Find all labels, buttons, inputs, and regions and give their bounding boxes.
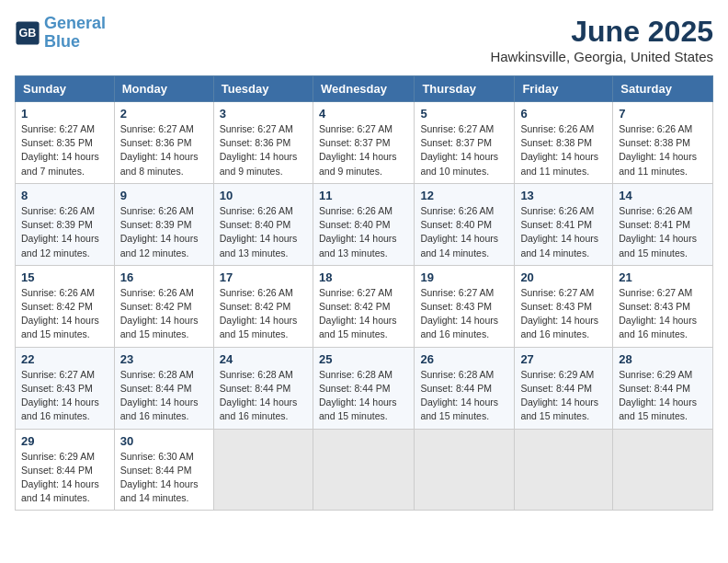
day-number: 1 [21, 107, 108, 121]
calendar-cell: 15 Sunrise: 6:26 AM Sunset: 8:42 PM Dayl… [16, 265, 115, 347]
calendar-cell: 30 Sunrise: 6:30 AM Sunset: 8:44 PM Dayl… [114, 429, 213, 511]
day-info: Sunrise: 6:26 AM Sunset: 8:42 PM Dayligh… [21, 286, 108, 342]
daylight-label: Daylight: 14 hours and 13 minutes. [319, 233, 397, 258]
daylight-label: Daylight: 14 hours and 7 minutes. [21, 151, 99, 176]
calendar-header-row: Sunday Monday Tuesday Wednesday Thursday… [16, 76, 713, 102]
day-number: 29 [21, 434, 108, 448]
daylight-label: Daylight: 14 hours and 11 minutes. [619, 151, 697, 176]
daylight-label: Daylight: 14 hours and 15 minutes. [120, 315, 199, 339]
daylight-label: Daylight: 14 hours and 8 minutes. [120, 151, 199, 176]
day-number: 13 [520, 189, 607, 202]
day-number: 20 [520, 270, 607, 284]
sunrise-label: Sunrise: 6:26 AM [619, 205, 692, 216]
calendar-cell: 8 Sunrise: 6:26 AM Sunset: 8:39 PM Dayli… [16, 183, 115, 265]
daylight-label: Daylight: 14 hours and 12 minutes. [21, 233, 99, 258]
calendar-cell [415, 429, 515, 511]
day-number: 28 [619, 352, 707, 366]
day-number: 4 [319, 107, 408, 121]
day-number: 3 [220, 107, 307, 121]
day-number: 21 [619, 270, 707, 284]
sunrise-label: Sunrise: 6:28 AM [420, 369, 494, 380]
day-info: Sunrise: 6:27 AM Sunset: 8:37 PM Dayligh… [420, 122, 508, 178]
sunset-label: Sunset: 8:41 PM [520, 219, 592, 230]
location-title: Hawkinsville, Georgia, United States [490, 49, 713, 64]
sunrise-label: Sunrise: 6:26 AM [21, 205, 95, 216]
calendar-cell: 22 Sunrise: 6:27 AM Sunset: 8:43 PM Dayl… [16, 347, 115, 429]
title-block: June 2025 Hawkinsville, Georgia, United … [490, 15, 713, 64]
sunset-label: Sunset: 8:36 PM [120, 137, 192, 148]
sunset-label: Sunset: 8:42 PM [319, 301, 391, 312]
sunrise-label: Sunrise: 6:27 AM [420, 123, 494, 134]
calendar-week-row: 29 Sunrise: 6:29 AM Sunset: 8:44 PM Dayl… [16, 429, 713, 511]
daylight-label: Daylight: 14 hours and 15 minutes. [21, 315, 99, 339]
day-info: Sunrise: 6:27 AM Sunset: 8:37 PM Dayligh… [319, 122, 408, 178]
day-info: Sunrise: 6:27 AM Sunset: 8:43 PM Dayligh… [520, 286, 607, 342]
sunset-label: Sunset: 8:40 PM [420, 219, 492, 230]
sunset-label: Sunset: 8:35 PM [21, 137, 93, 148]
day-info: Sunrise: 6:27 AM Sunset: 8:42 PM Dayligh… [319, 286, 408, 342]
day-info: Sunrise: 6:30 AM Sunset: 8:44 PM Dayligh… [120, 450, 208, 506]
sunrise-label: Sunrise: 6:27 AM [319, 287, 392, 298]
sunset-label: Sunset: 8:39 PM [21, 219, 93, 230]
sunset-label: Sunset: 8:41 PM [619, 219, 690, 230]
day-info: Sunrise: 6:26 AM Sunset: 8:38 PM Dayligh… [619, 122, 707, 178]
day-info: Sunrise: 6:28 AM Sunset: 8:44 PM Dayligh… [220, 368, 307, 424]
day-number: 7 [619, 107, 707, 121]
day-info: Sunrise: 6:26 AM Sunset: 8:39 PM Dayligh… [120, 204, 208, 260]
sunset-label: Sunset: 8:44 PM [520, 383, 592, 394]
calendar-cell: 12 Sunrise: 6:26 AM Sunset: 8:40 PM Dayl… [415, 183, 515, 265]
calendar-cell: 18 Sunrise: 6:27 AM Sunset: 8:42 PM Dayl… [313, 265, 414, 347]
daylight-label: Daylight: 14 hours and 15 minutes. [220, 315, 298, 339]
sunset-label: Sunset: 8:37 PM [319, 137, 391, 148]
day-info: Sunrise: 6:26 AM Sunset: 8:41 PM Dayligh… [619, 204, 707, 260]
day-info: Sunrise: 6:29 AM Sunset: 8:44 PM Dayligh… [619, 368, 707, 424]
sunrise-label: Sunrise: 6:28 AM [120, 369, 194, 380]
sunset-label: Sunset: 8:44 PM [220, 383, 291, 394]
day-number: 10 [220, 189, 307, 202]
calendar-cell: 29 Sunrise: 6:29 AM Sunset: 8:44 PM Dayl… [16, 429, 115, 511]
day-info: Sunrise: 6:29 AM Sunset: 8:44 PM Dayligh… [520, 368, 607, 424]
day-info: Sunrise: 6:26 AM Sunset: 8:40 PM Dayligh… [420, 204, 508, 260]
day-info: Sunrise: 6:27 AM Sunset: 8:43 PM Dayligh… [420, 286, 508, 342]
sunrise-label: Sunrise: 6:29 AM [619, 369, 692, 380]
logo-text: GeneralBlue [44, 15, 106, 52]
sunset-label: Sunset: 8:38 PM [619, 137, 690, 148]
sunrise-label: Sunrise: 6:29 AM [520, 369, 594, 380]
calendar-cell: 26 Sunrise: 6:28 AM Sunset: 8:44 PM Dayl… [415, 347, 515, 429]
calendar-cell: 28 Sunrise: 6:29 AM Sunset: 8:44 PM Dayl… [613, 347, 713, 429]
calendar-cell: 2 Sunrise: 6:27 AM Sunset: 8:36 PM Dayli… [114, 102, 213, 184]
day-number: 2 [120, 107, 208, 121]
day-info: Sunrise: 6:27 AM Sunset: 8:43 PM Dayligh… [619, 286, 707, 342]
day-info: Sunrise: 6:28 AM Sunset: 8:44 PM Dayligh… [420, 368, 508, 424]
sunrise-label: Sunrise: 6:26 AM [220, 287, 293, 298]
sunrise-label: Sunrise: 6:26 AM [120, 287, 194, 298]
day-info: Sunrise: 6:26 AM Sunset: 8:41 PM Dayligh… [520, 204, 607, 260]
sunset-label: Sunset: 8:44 PM [120, 465, 192, 476]
sunrise-label: Sunrise: 6:26 AM [220, 205, 293, 216]
sunset-label: Sunset: 8:44 PM [619, 383, 690, 394]
daylight-label: Daylight: 14 hours and 12 minutes. [120, 233, 199, 258]
day-number: 22 [21, 352, 108, 366]
calendar-cell: 17 Sunrise: 6:26 AM Sunset: 8:42 PM Dayl… [213, 265, 313, 347]
sunrise-label: Sunrise: 6:26 AM [619, 123, 692, 134]
sunset-label: Sunset: 8:43 PM [520, 301, 592, 312]
calendar-cell: 23 Sunrise: 6:28 AM Sunset: 8:44 PM Dayl… [114, 347, 213, 429]
calendar-cell: 10 Sunrise: 6:26 AM Sunset: 8:40 PM Dayl… [213, 183, 313, 265]
daylight-label: Daylight: 14 hours and 16 minutes. [120, 396, 199, 421]
sunrise-label: Sunrise: 6:26 AM [520, 123, 594, 134]
sunrise-label: Sunrise: 6:26 AM [520, 205, 594, 216]
calendar-cell: 7 Sunrise: 6:26 AM Sunset: 8:38 PM Dayli… [613, 102, 713, 184]
sunrise-label: Sunrise: 6:26 AM [319, 205, 392, 216]
calendar-week-row: 15 Sunrise: 6:26 AM Sunset: 8:42 PM Dayl… [16, 265, 713, 347]
calendar-week-row: 8 Sunrise: 6:26 AM Sunset: 8:39 PM Dayli… [16, 183, 713, 265]
col-monday: Monday [114, 76, 213, 102]
col-sunday: Sunday [16, 76, 115, 102]
sunrise-label: Sunrise: 6:27 AM [220, 123, 293, 134]
daylight-label: Daylight: 14 hours and 15 minutes. [619, 233, 697, 258]
sunrise-label: Sunrise: 6:28 AM [319, 369, 392, 380]
svg-text:GB: GB [19, 27, 37, 40]
page-header: GB GeneralBlue June 2025 Hawkinsville, G… [15, 15, 713, 64]
day-info: Sunrise: 6:26 AM Sunset: 8:39 PM Dayligh… [21, 204, 108, 260]
day-number: 26 [420, 352, 508, 366]
calendar-cell [213, 429, 313, 511]
